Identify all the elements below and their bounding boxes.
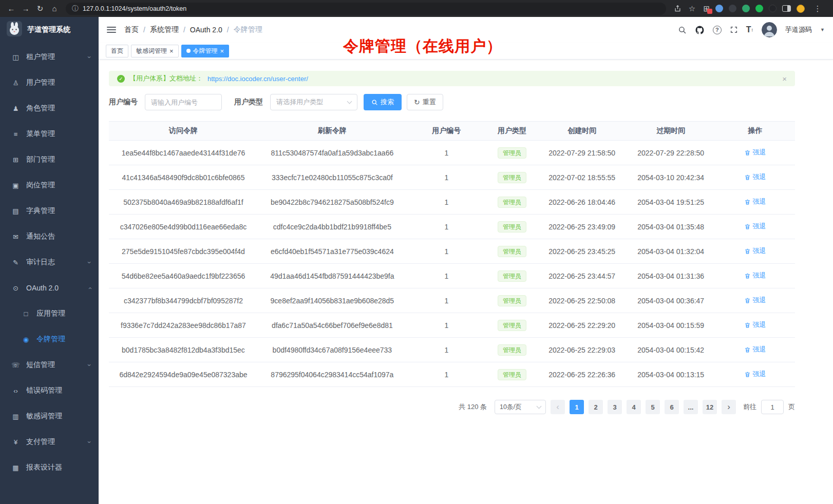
goto-page-input[interactable] — [761, 400, 784, 414]
browser-back-button[interactable]: ← — [4, 2, 18, 16]
share-icon[interactable] — [670, 2, 685, 16]
action-cell: 强退 — [715, 141, 795, 165]
browser-forward-button[interactable]: → — [18, 2, 33, 16]
page-button-3[interactable]: 3 — [608, 400, 622, 414]
browser-profile-avatar[interactable] — [797, 5, 805, 13]
user-avatar[interactable] — [762, 22, 777, 37]
next-page-button[interactable]: › — [722, 400, 736, 414]
force-logout-button[interactable]: 强退 — [744, 296, 766, 305]
access-token-cell: c347026e805e4d99b0d116eae66eda8c — [109, 215, 258, 239]
force-logout-button[interactable]: 强退 — [744, 370, 766, 379]
breadcrumb-item[interactable]: 系统管理 — [150, 25, 179, 34]
search-icon[interactable] — [678, 26, 687, 34]
fullscreen-icon[interactable] — [730, 26, 738, 34]
alert-close-icon[interactable]: × — [782, 74, 787, 83]
user-name[interactable]: 芋道源码 — [785, 25, 812, 34]
side-panel-icon[interactable] — [782, 5, 791, 12]
user-type-select[interactable]: 请选择用户类型 — [270, 94, 357, 110]
user-id-input[interactable] — [145, 94, 222, 110]
extension-clover-icon[interactable] — [755, 5, 763, 12]
sidebar-item-audit-log[interactable]: ✎审计日志› — [0, 249, 99, 275]
post-icon: ▣ — [11, 182, 20, 189]
page-button-12[interactable]: 12 — [703, 400, 717, 414]
page-button-4[interactable]: 4 — [627, 400, 641, 414]
browser-address-bar[interactable]: ⓘ 127.0.0.1:1024/system/oauth2/token — [66, 3, 666, 15]
sidebar-collapse-icon[interactable] — [107, 27, 116, 33]
extension-blue-icon[interactable] — [715, 5, 723, 12]
active-tab-dot — [186, 49, 191, 53]
extension-dark-icon[interactable] — [729, 5, 736, 12]
github-icon[interactable] — [695, 25, 705, 35]
browser-menu-icon[interactable]: ⋮ — [810, 2, 825, 16]
browser-reload-button[interactable]: ↻ — [33, 2, 47, 16]
sidebar-item-token-management[interactable]: ◉令牌管理 — [0, 326, 99, 352]
table-row: b0d1785bc3a8482f812db4a3f3bd15ecb0df4980… — [109, 338, 795, 362]
force-logout-button[interactable]: 强退 — [744, 172, 766, 182]
force-logout-button[interactable]: 强退 — [744, 345, 766, 354]
access-token-cell: c342377bf8b344799dcbf7bf095287f2 — [109, 288, 258, 313]
extensions-icon[interactable]: ⊞ — [703, 5, 710, 12]
table-row: 502375b8040a469a9b82188afdf6af1fbe90422b… — [109, 190, 795, 215]
page-size-select[interactable]: 10条/页 — [495, 400, 546, 414]
user-type-cell: 管理员 — [486, 239, 538, 264]
sidebar-item-label: 角色管理 — [26, 104, 55, 113]
bookmark-star-icon[interactable]: ☆ — [685, 2, 699, 16]
created-time-cell: 2022-07-02 18:55:55 — [538, 165, 626, 190]
force-logout-button[interactable]: 强退 — [744, 148, 766, 157]
breadcrumb-item[interactable]: OAuth 2.0 — [190, 26, 222, 34]
tab-token-management[interactable]: 令牌管理× — [181, 45, 230, 57]
extension-green-icon[interactable] — [742, 5, 750, 12]
force-logout-button[interactable]: 强退 — [744, 246, 766, 256]
sidebar-item-user[interactable]: ♙用户管理 — [0, 70, 99, 95]
force-logout-button[interactable]: 强退 — [744, 271, 766, 280]
site-info-icon[interactable]: ⓘ — [72, 4, 79, 13]
force-logout-button[interactable]: 强退 — [744, 320, 766, 329]
tab-close-icon[interactable]: × — [220, 48, 224, 54]
delete-icon — [744, 149, 751, 156]
delete-icon — [744, 199, 751, 205]
browser-home-button[interactable]: ⌂ — [47, 2, 62, 16]
sidebar-item-report-designer[interactable]: ▦报表设计器 — [0, 455, 99, 480]
help-icon[interactable]: ? — [713, 26, 722, 34]
sidebar-item-post[interactable]: ▣岗位管理 — [0, 172, 99, 198]
sidebar-item-sensitive-words[interactable]: ▥敏感词管理 — [0, 403, 99, 429]
sidebar-item-error-code[interactable]: ‹›错误码管理 — [0, 378, 99, 403]
app-logo[interactable]: 芋道管理系统 — [0, 17, 99, 43]
sidebar-item-payment[interactable]: ¥支付管理› — [0, 429, 99, 455]
tab-home[interactable]: 首页 — [106, 45, 128, 57]
sidebar-item-menu[interactable]: ≡菜单管理 — [0, 121, 99, 147]
tab-sensitive-words[interactable]: 敏感词管理× — [131, 45, 179, 57]
sidebar-item-role[interactable]: ♟角色管理 — [0, 95, 99, 121]
action-cell: 强退 — [715, 264, 795, 288]
sidebar-item-notice[interactable]: ✉通知公告 — [0, 224, 99, 249]
refresh-token-cell: cdfc4ce9c2da4bb1bdf21b9918ff4be5 — [258, 215, 407, 239]
breadcrumb-item[interactable]: 首页 — [124, 25, 139, 34]
column-header: 刷新令牌 — [258, 122, 407, 141]
sidebar-item-sms[interactable]: ☏短信管理› — [0, 352, 99, 378]
tab-close-icon[interactable]: × — [169, 48, 174, 54]
reset-button[interactable]: ↻ 重置 — [407, 94, 443, 110]
chevron-down-icon — [537, 403, 542, 409]
chevron-down-icon: › — [85, 261, 93, 263]
extension-paw-icon[interactable] — [769, 5, 777, 12]
font-size-icon[interactable]: T↕ — [746, 25, 753, 34]
page-button-2[interactable]: 2 — [589, 400, 603, 414]
sidebar-item-dept[interactable]: ⊞部门管理 — [0, 147, 99, 172]
alert-doc-link[interactable]: https://doc.iocoder.cn/user-center/ — [207, 75, 308, 83]
force-logout-button[interactable]: 强退 — [744, 197, 766, 206]
refresh-token-cell: be90422b8c7946218275a508bf524fc9 — [258, 190, 407, 215]
reset-button-label: 重置 — [423, 98, 436, 107]
sidebar-item-dict[interactable]: ▤字典管理 — [0, 198, 99, 224]
more-pages-button[interactable]: ... — [684, 400, 698, 414]
sidebar-item-tenant[interactable]: ◫租户管理› — [0, 44, 99, 70]
chevron-down-icon[interactable]: ▼ — [820, 27, 825, 32]
sidebar-item-oauth2[interactable]: ⊙OAuth 2.0› — [0, 275, 99, 301]
prev-page-button[interactable]: ‹ — [551, 400, 565, 414]
refresh-token-cell: dfa6c71a50a54c66bef706ef9e6e8d81 — [258, 313, 407, 338]
search-button[interactable]: 搜索 — [364, 94, 402, 110]
force-logout-button[interactable]: 强退 — [744, 222, 766, 231]
page-button-1[interactable]: 1 — [570, 400, 584, 414]
page-button-6[interactable]: 6 — [665, 400, 679, 414]
sidebar-item-app-management[interactable]: □应用管理 — [0, 301, 99, 326]
page-button-5[interactable]: 5 — [646, 400, 660, 414]
